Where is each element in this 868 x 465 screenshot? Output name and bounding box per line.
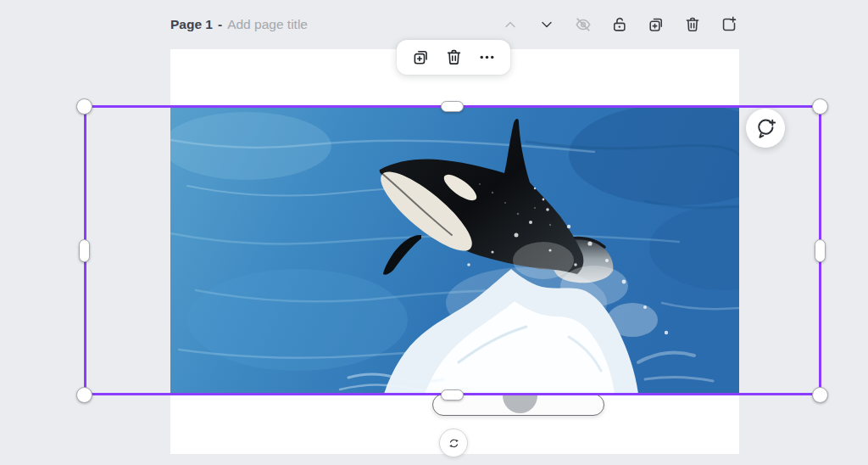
trash-icon [444, 48, 464, 67]
rotate-button[interactable] [439, 429, 468, 457]
page-number-label: Page 1 [170, 17, 213, 32]
duplicate-button[interactable] [410, 48, 431, 68]
move-page-up-button[interactable] [500, 14, 520, 35]
chevron-down-icon [538, 16, 555, 33]
add-page-button[interactable] [719, 14, 739, 35]
resize-handle-top-left[interactable] [76, 98, 92, 115]
comment-plus-icon [754, 117, 777, 140]
resize-handle-top-center[interactable] [441, 101, 464, 112]
move-page-down-button[interactable] [537, 14, 557, 35]
resize-handle-bottom-left[interactable] [76, 387, 92, 403]
delete-button[interactable] [443, 48, 464, 68]
drag-knob[interactable] [503, 394, 537, 413]
add-comment-button[interactable] [746, 109, 785, 148]
duplicate-page-button[interactable] [646, 14, 666, 35]
page-title-placeholder[interactable]: Add page title [227, 17, 308, 32]
lock-icon [610, 15, 629, 34]
more-dots-icon [477, 48, 497, 67]
page-title[interactable]: Page 1 - Add page title [170, 0, 308, 49]
add-page-icon [720, 15, 738, 34]
delete-page-button[interactable] [682, 14, 703, 35]
lock-page-button[interactable] [609, 14, 630, 35]
trash-icon [683, 15, 702, 34]
resize-handle-top-right[interactable] [812, 98, 828, 115]
chevron-up-icon [502, 16, 519, 33]
hide-page-button[interactable] [573, 14, 593, 35]
eye-off-icon [574, 15, 593, 34]
resize-handle-bottom-right[interactable] [812, 387, 828, 403]
more-options-button[interactable] [476, 48, 497, 68]
page-controls [500, 0, 739, 49]
canvas-image-orca[interactable] [170, 108, 739, 394]
rotate-icon [447, 436, 461, 451]
selection-toolbar [397, 40, 510, 75]
duplicate-icon [411, 48, 431, 67]
resize-handle-middle-right[interactable] [815, 239, 826, 262]
duplicate-page-icon [647, 15, 665, 34]
title-separator: - [218, 17, 222, 32]
canva-editor: { "header": { "page_label": "Page 1", "s… [0, 0, 868, 465]
resize-handle-middle-left[interactable] [79, 239, 90, 262]
resize-handle-bottom-center[interactable] [441, 389, 464, 401]
